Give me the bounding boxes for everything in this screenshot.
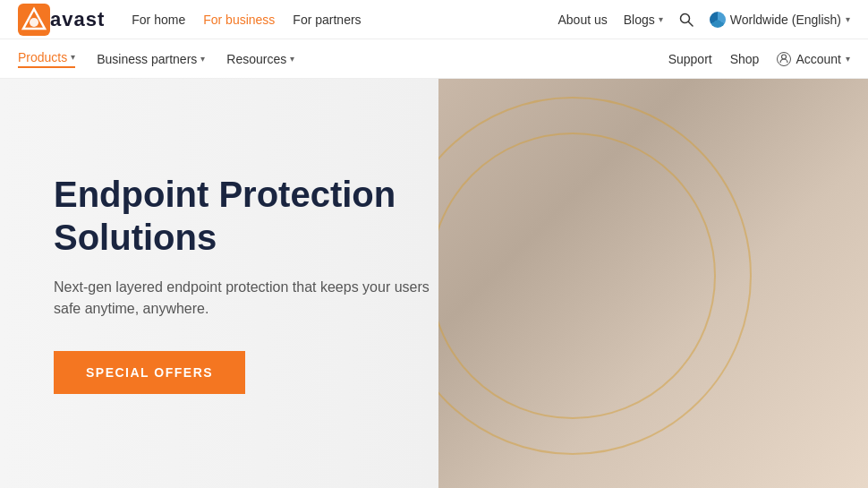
second-nav-left: Products ▾ Business partners ▾ Resources… — [18, 50, 294, 68]
hero-content: Endpoint Protection Solutions Next-gen l… — [0, 79, 501, 488]
logo-area[interactable]: avast — [18, 4, 105, 36]
nav-business-partners[interactable]: Business partners ▾ — [97, 52, 205, 66]
support-link[interactable]: Support — [668, 52, 712, 66]
shop-link[interactable]: Shop — [730, 52, 760, 66]
svg-point-2 — [30, 18, 38, 27]
svg-point-5 — [782, 55, 787, 59]
region-chevron-icon: ▾ — [846, 14, 850, 24]
about-us-link[interactable]: About us — [557, 13, 607, 27]
hero-subtitle: Next-gen layered endpoint protection tha… — [54, 277, 447, 320]
hero-section: Endpoint Protection Solutions Next-gen l… — [0, 79, 868, 488]
account-chevron-icon: ▾ — [846, 54, 850, 64]
top-nav-left: avast For home For business For partners — [18, 4, 362, 36]
business-partners-chevron-icon: ▾ — [200, 54, 205, 64]
search-icon — [679, 13, 694, 27]
globe-icon — [710, 12, 726, 28]
search-button[interactable] — [679, 13, 694, 27]
products-chevron-icon: ▾ — [71, 52, 75, 62]
region-label: Worldwide (English) — [730, 13, 841, 27]
second-nav-bar: Products ▾ Business partners ▾ Resources… — [0, 39, 868, 79]
top-nav-bar: avast For home For business For partners… — [0, 0, 868, 39]
nav-for-home[interactable]: For home — [132, 13, 185, 27]
account-link[interactable]: Account ▾ — [777, 52, 850, 66]
hero-background-image — [438, 79, 868, 488]
top-nav-right: About us Blogs ▾ Worldwide (English) ▾ — [557, 12, 850, 28]
svg-line-4 — [688, 21, 693, 26]
blogs-chevron-icon: ▾ — [659, 14, 663, 24]
region-selector[interactable]: Worldwide (English) ▾ — [710, 12, 850, 28]
hero-image-area — [438, 79, 868, 488]
account-icon — [777, 52, 791, 66]
nav-products[interactable]: Products ▾ — [18, 50, 75, 68]
logo-text: avast — [50, 8, 105, 31]
second-nav-right: Support Shop Account ▾ — [668, 52, 850, 66]
nav-for-business[interactable]: For business — [203, 13, 275, 27]
resources-chevron-icon: ▾ — [290, 54, 294, 64]
special-offers-button[interactable]: SPECIAL OFFERS — [54, 351, 245, 394]
avast-logo-icon — [18, 4, 50, 36]
hero-title: Endpoint Protection Solutions — [54, 173, 447, 259]
blogs-link[interactable]: Blogs ▾ — [624, 13, 663, 27]
nav-resources[interactable]: Resources ▾ — [226, 52, 294, 66]
nav-for-partners[interactable]: For partners — [293, 13, 361, 27]
top-nav-links: For home For business For partners — [132, 13, 361, 27]
